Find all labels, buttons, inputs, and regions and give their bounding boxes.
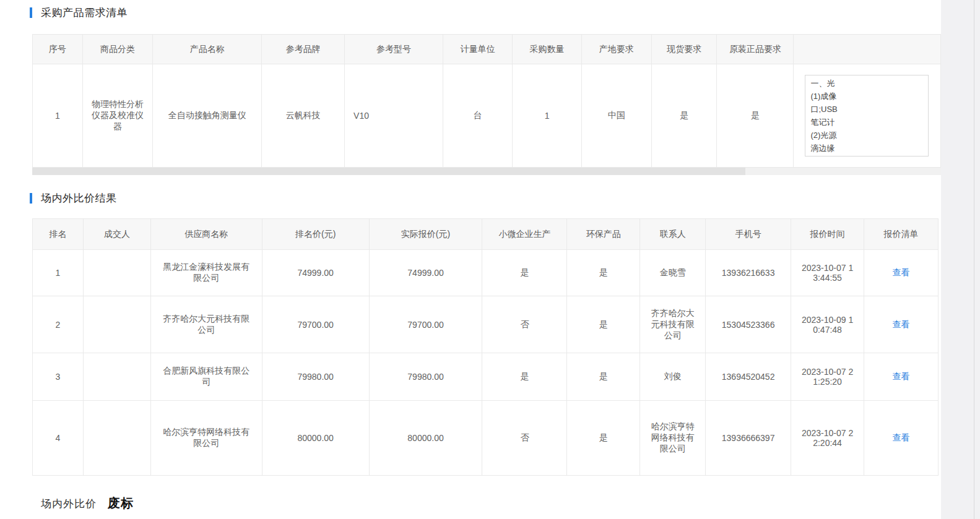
column-header: 原装正品要求: [717, 35, 794, 64]
table-cell: 79980.00: [262, 353, 369, 401]
table-cell: 齐齐哈尔大元科技有限公司: [640, 296, 706, 353]
table-cell: 2023-10-07 13:44:55: [791, 250, 864, 296]
table-cell: 中国: [581, 64, 651, 168]
table-cell: 刘俊: [640, 353, 706, 401]
table-cell: 2023-10-07 21:25:20: [791, 353, 864, 401]
column-header: 序号: [33, 35, 83, 64]
product-requirements-table: 序号商品分类产品名称参考品牌参考型号计量单位采购数量产地要求现货要求原装正品要求…: [32, 34, 941, 168]
table-cell: 一、光 (1)成像 口;USB 笔记计 (2)光源 滴边缘 (3)指标: [794, 64, 941, 168]
view-quote-link[interactable]: 查看: [893, 319, 910, 329]
table-cell: 74999.00: [369, 250, 482, 296]
price-comparison-table: 排名成交人供应商名称排名价(元)实际报价(元)小微企业生产环保产品联系人手机号报…: [32, 218, 939, 476]
table-cell: 否: [482, 401, 567, 476]
table-cell: 查看: [864, 250, 939, 296]
table-cell: 1: [33, 64, 83, 168]
table-cell: 是: [651, 64, 717, 168]
table-cell: 80000.00: [369, 401, 482, 476]
table-cell: 是: [567, 296, 640, 353]
table-cell: 全自动接触角测量仪: [153, 64, 262, 168]
scrollbar-thumb[interactable]: [32, 168, 745, 175]
view-quote-link[interactable]: 查看: [893, 371, 910, 381]
table-cell: 黑龙江金濠科技发展有限公司: [150, 250, 262, 296]
table-cell: 是: [567, 250, 640, 296]
column-header: 参考品牌: [262, 35, 345, 64]
column-header: 环保产品: [567, 219, 640, 250]
table-cell: 是: [482, 353, 567, 401]
table-cell: 查看: [864, 401, 939, 476]
table-cell: 1: [33, 250, 84, 296]
table-row: 3合肥新风旗科技有限公司79980.0079980.00是是刘俊13694520…: [33, 353, 939, 401]
column-header: 商品分类: [82, 35, 153, 64]
page-gutter-divider: [974, 0, 974, 519]
table-row: 4哈尔滨亨特网络科技有限公司80000.0080000.00否是哈尔滨亨特网络科…: [33, 401, 939, 476]
product-requirements-table-scroll-area[interactable]: 序号商品分类产品名称参考品牌参考型号计量单位采购数量产地要求现货要求原装正品要求…: [32, 34, 941, 168]
table-cell: [83, 296, 150, 353]
column-header: 手机号: [706, 219, 791, 250]
column-header: 产品名称: [153, 35, 262, 64]
view-quote-link[interactable]: 查看: [893, 267, 910, 277]
table-cell: 15304523366: [706, 296, 791, 353]
table-cell: 是: [482, 250, 567, 296]
table-cell: V10: [345, 64, 443, 168]
table-cell: 2023-10-07 22:20:44: [791, 401, 864, 476]
table-cell: 74999.00: [262, 250, 369, 296]
table-cell: 13936666397: [706, 401, 791, 476]
table-cell: 79700.00: [262, 296, 369, 353]
section-title-text: 场内外比价结果: [41, 191, 117, 205]
footer-result-line: 场内外比价 废标: [41, 495, 134, 512]
column-header: 联系人: [640, 219, 706, 250]
column-header: 采购数量: [513, 35, 581, 64]
column-header: 成交人: [83, 219, 150, 250]
table-header-row: 排名成交人供应商名称排名价(元)实际报价(元)小微企业生产环保产品联系人手机号报…: [33, 219, 939, 250]
table-cell: 哈尔滨亨特网络科技有限公司: [640, 401, 706, 476]
table-cell: 是: [717, 64, 794, 168]
footer-label: 场内外比价: [41, 497, 97, 511]
title-accent-bar: [30, 7, 32, 18]
column-header: 排名: [33, 219, 84, 250]
table-cell: [83, 353, 150, 401]
column-header: 报价时间: [791, 219, 864, 250]
table-cell: 13694520452: [706, 353, 791, 401]
table-cell: 查看: [864, 353, 939, 401]
table-cell: 79700.00: [369, 296, 482, 353]
column-header: 现货要求: [651, 35, 717, 64]
table-cell: 云帆科技: [262, 64, 345, 168]
table-header-row: 序号商品分类产品名称参考品牌参考型号计量单位采购数量产地要求现货要求原装正品要求: [33, 35, 941, 64]
column-header: 小微企业生产: [482, 219, 567, 250]
table-cell: 是: [567, 401, 640, 476]
section-title-text: 采购产品需求清单: [41, 6, 128, 20]
table-row: 1物理特性分析仪器及校准仪器全自动接触角测量仪云帆科技V10台1中国是是一、光 …: [33, 64, 941, 168]
column-header: 计量单位: [443, 35, 513, 64]
view-quote-link[interactable]: 查看: [893, 432, 910, 442]
table-cell: 1: [513, 64, 581, 168]
price-comparison-table-area: 排名成交人供应商名称排名价(元)实际报价(元)小微企业生产环保产品联系人手机号报…: [32, 218, 939, 476]
column-header: [794, 35, 941, 64]
table-cell: 哈尔滨亨特网络科技有限公司: [150, 401, 262, 476]
table-cell: 金晓雪: [640, 250, 706, 296]
table-cell: 80000.00: [262, 401, 369, 476]
table-cell: [83, 401, 150, 476]
table-cell: 13936216633: [706, 250, 791, 296]
table-cell: 台: [443, 64, 513, 168]
column-header: 参考型号: [345, 35, 443, 64]
horizontal-scrollbar[interactable]: [32, 168, 941, 175]
table-row: 1黑龙江金濠科技发展有限公司74999.0074999.00是是金晓雪13936…: [33, 250, 939, 296]
spec-text-box[interactable]: 一、光 (1)成像 口;USB 笔记计 (2)光源 滴边缘 (3)指标: [805, 75, 929, 157]
table-cell: 2023-10-09 10:47:48: [791, 296, 864, 353]
table-row: 2齐齐哈尔大元科技有限公司79700.0079700.00否是齐齐哈尔大元科技有…: [33, 296, 939, 353]
column-header: 产地要求: [581, 35, 651, 64]
table-cell: 3: [33, 353, 84, 401]
column-header: 供应商名称: [150, 219, 262, 250]
table-cell: 物理特性分析仪器及校准仪器: [82, 64, 153, 168]
table-cell: 查看: [864, 296, 939, 353]
column-header: 报价清单: [864, 219, 939, 250]
page-content: 采购产品需求清单 序号商品分类产品名称参考品牌参考型号计量单位采购数量产地要求现…: [0, 0, 941, 519]
table-cell: 79980.00: [369, 353, 482, 401]
table-cell: 合肥新风旗科技有限公司: [150, 353, 262, 401]
column-header: 实际报价(元): [369, 219, 482, 250]
table-cell: [83, 250, 150, 296]
bid-status-text: 废标: [108, 495, 134, 512]
table-cell: 2: [33, 296, 84, 353]
table-cell: 4: [33, 401, 84, 476]
section-title-procurement-list: 采购产品需求清单: [30, 6, 128, 20]
